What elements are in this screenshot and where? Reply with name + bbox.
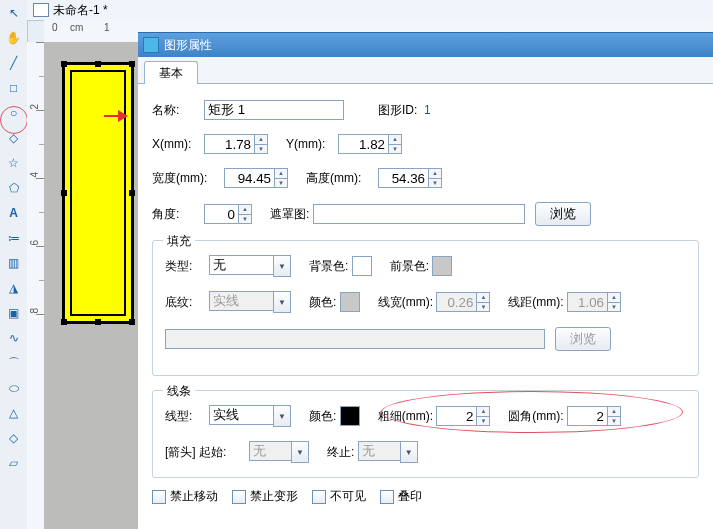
document-title: 未命名-1 * (53, 2, 108, 19)
tool-parallelogram[interactable]: ▱ (2, 451, 26, 475)
tool-rect[interactable]: □ (2, 76, 26, 100)
handle-bl[interactable] (61, 319, 67, 325)
pattern-combo: ▼ (209, 291, 291, 313)
label-arrow-start: [箭头] 起始: (165, 444, 249, 461)
document-titlebar: 未命名-1 * (27, 0, 713, 21)
label-type: 类型: (165, 258, 209, 275)
label-bg: 背景色: (309, 258, 348, 275)
shape-id-value: 1 (424, 103, 431, 117)
tool-pentagon[interactable]: ⬠ (2, 176, 26, 200)
chk-invisible[interactable]: 不可见 (312, 488, 366, 505)
handle-tm[interactable] (95, 61, 101, 67)
radius-spinner[interactable]: ▲▼ (567, 406, 621, 426)
tool-highlight (0, 106, 28, 134)
width-spinner[interactable]: ▲▼ (224, 168, 288, 188)
tool-line[interactable]: ╱ (2, 51, 26, 75)
fill-path-input (165, 329, 545, 349)
ruler-vertical: 2 4 6 8 (27, 42, 45, 529)
line-style-combo[interactable]: ▼ (209, 405, 291, 427)
panel-icon (143, 37, 159, 53)
tool-diamond[interactable]: ◇ (2, 426, 26, 450)
label-fg: 前景色: (390, 258, 429, 275)
label-pattern-color: 颜色: (309, 294, 336, 311)
tool-shape-a[interactable]: ◮ (2, 276, 26, 300)
canvas[interactable] (44, 42, 144, 529)
label-name: 名称: (152, 102, 204, 119)
fill-browse-button: 浏览 (555, 327, 611, 351)
tool-barcode[interactable]: ▥ (2, 251, 26, 275)
label-mask: 遮罩图: (270, 206, 309, 223)
tool-hand[interactable]: ✋ (2, 26, 26, 50)
label-stroke-color: 颜色: (309, 408, 336, 425)
angle-spinner[interactable]: ▲▼ (204, 204, 252, 224)
browse-mask-button[interactable]: 浏览 (535, 202, 591, 226)
x-spinner[interactable]: ▲▼ (204, 134, 268, 154)
label-line-gap: 线距(mm): (508, 294, 563, 311)
label-width: 宽度(mm): (152, 170, 224, 187)
label-y: Y(mm): (286, 137, 338, 151)
tool-arc[interactable]: ⌒ (2, 351, 26, 375)
left-toolbar: ↖ ✋ ╱ □ ○ ◇ ☆ ⬠ A ≔ ▥ ◮ ▣ ∿ ⌒ ⬭ △ ◇ ▱ (0, 0, 28, 529)
chk-overprint[interactable]: 叠印 (380, 488, 422, 505)
annotation-arrow (118, 110, 128, 122)
panel-header[interactable]: 图形属性 (138, 33, 713, 57)
handle-br[interactable] (129, 319, 135, 325)
label-shape-id: 图形ID: (378, 102, 417, 119)
label-line-w: 线宽(mm): (378, 294, 433, 311)
thick-spinner[interactable]: ▲▼ (436, 406, 490, 426)
label-line-style: 线型: (165, 408, 209, 425)
label-arrow-end: 终止: (327, 444, 354, 461)
tool-triangle[interactable]: △ (2, 401, 26, 425)
tool-text[interactable]: A (2, 201, 26, 225)
stroke-group: 线条 线型: ▼ 颜色: 粗细(mm): ▲▼ 圆角(mm): ▲▼ [箭头] … (152, 390, 699, 478)
legend-fill: 填充 (163, 233, 195, 250)
name-input[interactable] (204, 100, 344, 120)
doc-icon (33, 3, 49, 17)
tab-strip: 基本 (138, 57, 713, 84)
label-radius: 圆角(mm): (508, 408, 563, 425)
arrow-end-combo: ▼ (358, 441, 418, 463)
bg-swatch[interactable] (352, 256, 372, 276)
handle-tl[interactable] (61, 61, 67, 67)
selected-rectangle[interactable] (62, 62, 134, 324)
line-w-spinner: ▲▼ (436, 292, 490, 312)
label-x: X(mm): (152, 137, 204, 151)
label-height: 高度(mm): (306, 170, 378, 187)
height-spinner[interactable]: ▲▼ (378, 168, 442, 188)
line-gap-spinner: ▲▼ (567, 292, 621, 312)
tool-oval[interactable]: ⬭ (2, 376, 26, 400)
tab-basic[interactable]: 基本 (144, 61, 198, 84)
tool-star[interactable]: ☆ (2, 151, 26, 175)
mask-input[interactable] (313, 204, 525, 224)
stroke-color-swatch[interactable] (340, 406, 360, 426)
handle-mr[interactable] (129, 190, 135, 196)
tool-image[interactable]: ▣ (2, 301, 26, 325)
fill-group: 填充 类型: ▼ 背景色: 前景色: 底纹: ▼ 颜色: (152, 240, 699, 376)
label-pattern: 底纹: (165, 294, 209, 311)
pattern-color-swatch (340, 292, 360, 312)
label-thick: 粗细(mm): (378, 408, 433, 425)
tool-curve[interactable]: ∿ (2, 326, 26, 350)
y-spinner[interactable]: ▲▼ (338, 134, 402, 154)
properties-panel: 图形属性 基本 名称: 图形ID: 1 X(mm): ▲▼ Y(mm): ▲▼ … (138, 32, 713, 529)
handle-ml[interactable] (61, 190, 67, 196)
handle-bm[interactable] (95, 319, 101, 325)
fill-type-combo[interactable]: ▼ (209, 255, 291, 277)
tool-list[interactable]: ≔ (2, 226, 26, 250)
tool-pointer[interactable]: ↖ (2, 1, 26, 25)
legend-stroke: 线条 (163, 383, 195, 400)
chk-lock-move[interactable]: 禁止移动 (152, 488, 218, 505)
handle-tr[interactable] (129, 61, 135, 67)
arrow-start-combo: ▼ (249, 441, 309, 463)
label-angle: 角度: (152, 206, 204, 223)
fg-swatch[interactable] (432, 256, 452, 276)
chk-lock-transform[interactable]: 禁止变形 (232, 488, 298, 505)
panel-title: 图形属性 (164, 37, 212, 54)
